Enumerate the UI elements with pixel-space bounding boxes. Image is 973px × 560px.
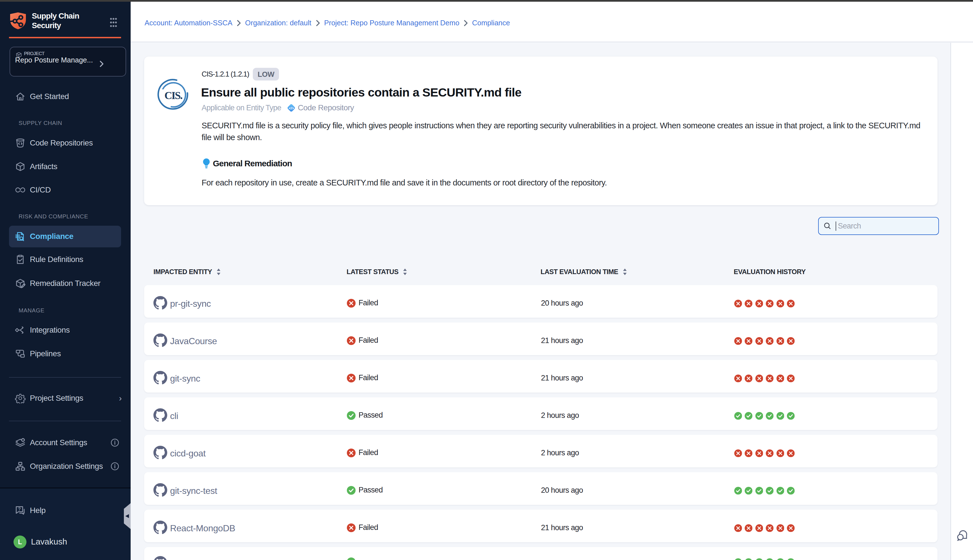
svg-text:</>: </> — [289, 106, 294, 110]
svg-text:?: ? — [18, 507, 20, 512]
svg-text:CIS.: CIS. — [164, 90, 182, 101]
